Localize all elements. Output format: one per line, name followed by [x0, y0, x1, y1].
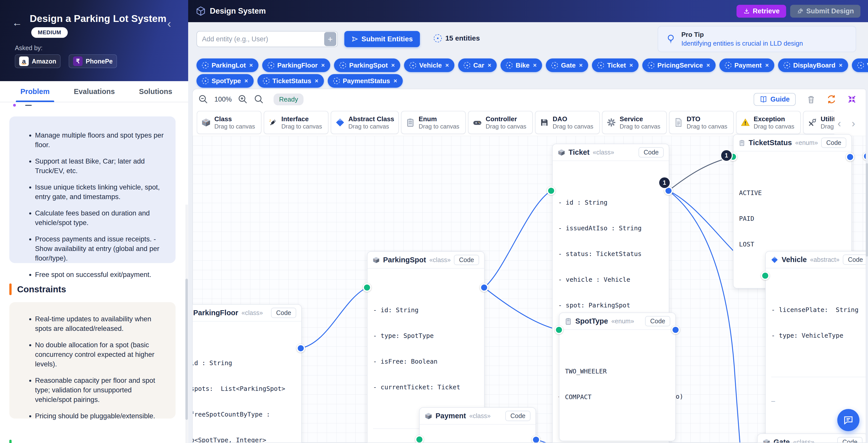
back-icon[interactable]: ←: [12, 17, 22, 28]
uml-attr: - type: VehicleType: [771, 331, 866, 340]
code-button[interactable]: Code: [843, 255, 866, 265]
entity-chip-paymentstatus[interactable]: PaymentStatus×: [328, 74, 403, 88]
remove-chip-icon[interactable]: ×: [488, 62, 491, 69]
connection-dot-parkingspot-right[interactable]: [480, 283, 488, 292]
remove-chip-icon[interactable]: ×: [315, 77, 318, 84]
palette-next-icon[interactable]: ›: [851, 117, 855, 129]
chat-fab-button[interactable]: [837, 409, 860, 431]
palette-item-utility[interactable]: UtilityDrag to canvas: [803, 111, 834, 134]
entity-chip-payment[interactable]: Payment×: [719, 58, 774, 72]
collapse-canvas-icon[interactable]: [847, 94, 857, 104]
edge-parkingfloor-parkingspot[interactable]: [301, 288, 367, 348]
palette-item-service[interactable]: ServiceDrag to canvas: [602, 111, 667, 134]
entity-chip-car[interactable]: Car×: [458, 58, 497, 72]
submit-design-button[interactable]: Submit Design: [790, 5, 861, 18]
entity-chip-parkingfloor[interactable]: ParkingFloor×: [262, 58, 330, 72]
uml-box-spottype[interactable]: SpotType «enum» Code TWO_WHEELER COMPACT: [559, 313, 676, 441]
remove-chip-icon[interactable]: ×: [391, 62, 395, 69]
palette-item-enum[interactable]: EnumDrag to canvas: [401, 111, 466, 134]
remove-chip-icon[interactable]: ×: [245, 77, 248, 84]
connection-dot-ticket-left[interactable]: [547, 186, 555, 195]
trash-icon[interactable]: [806, 94, 816, 104]
remove-chip-icon[interactable]: ×: [533, 62, 536, 69]
edge-ticket-ticketstatus[interactable]: [669, 157, 733, 191]
uml-box-gate[interactable]: Gate «class» Code: [757, 434, 866, 443]
class-cube-icon: [763, 439, 770, 443]
entity-chip-parkinglot[interactable]: ParkingLot×: [196, 58, 258, 72]
remove-chip-icon[interactable]: ×: [579, 62, 583, 69]
refresh-icon[interactable]: [827, 94, 837, 104]
palette-item-exception[interactable]: ExceptionDrag to canvas: [736, 111, 801, 134]
palette-item-class[interactable]: ClassDrag to canvas: [197, 111, 261, 134]
palette-item-controller[interactable]: ControllerDrag to canvas: [468, 111, 533, 134]
entity-chip-ticketstatus[interactable]: TicketStatus×: [257, 74, 324, 88]
zoom-out-icon[interactable]: [198, 94, 208, 104]
canvas-toolbar: 100% Ready: [198, 92, 304, 106]
connection-dot-ticketstatus-right[interactable]: [846, 153, 855, 161]
edge-parkingspot-ticket[interactable]: [484, 191, 551, 288]
code-button[interactable]: Code: [505, 411, 530, 421]
edge-ticket-gate[interactable]: [669, 191, 740, 443]
entity-chip-pricingservice[interactable]: PricingService×: [642, 58, 716, 72]
chip-label: ParkingLot: [212, 61, 246, 69]
code-button[interactable]: Code: [821, 138, 846, 148]
uml-box-parkingfloor[interactable]: ParkingFloor «class» Code - id : String …: [192, 304, 302, 443]
next-section-accent-bar: [9, 440, 11, 443]
submit-entities-button[interactable]: Submit Entities: [344, 31, 420, 47]
sidebar: ← Design a Parking Lot System ‹ MEDIUM A…: [0, 0, 188, 443]
code-button[interactable]: Code: [454, 255, 479, 265]
connection-dot-payment-right[interactable]: [532, 436, 540, 443]
entity-chip-vehicle[interactable]: Vehicle×: [404, 58, 455, 72]
entity-chip-vehicletype[interactable]: VehicleType×: [852, 58, 868, 72]
connection-dot-parkingspot-left[interactable]: [363, 283, 371, 292]
palette-item-interface[interactable]: InterfaceDrag to canvas: [264, 111, 329, 134]
cube-logo-icon: [196, 6, 206, 16]
page-scrollbar-thumb[interactable]: [866, 163, 868, 257]
code-button[interactable]: Code: [639, 147, 664, 157]
entity-icon: [409, 62, 416, 68]
search-icon[interactable]: [254, 94, 264, 104]
tab-solutions[interactable]: Solutions: [139, 81, 172, 102]
remove-chip-icon[interactable]: ×: [629, 62, 633, 69]
remove-chip-icon[interactable]: ×: [839, 62, 842, 69]
add-entity-button[interactable]: +: [324, 32, 336, 46]
entity-chip-spottype[interactable]: SpotType×: [196, 74, 254, 88]
tab-label: Problem: [21, 87, 50, 96]
palette-item-abstract-class[interactable]: Abstract ClassDrag to canvas: [331, 111, 399, 134]
remove-chip-icon[interactable]: ×: [321, 62, 325, 69]
remove-chip-icon[interactable]: ×: [445, 62, 449, 69]
remove-chip-icon[interactable]: ×: [394, 77, 397, 84]
entity-chip-displayboard[interactable]: DisplayBoard×: [778, 58, 848, 72]
retrieve-button[interactable]: Retrieve: [737, 5, 786, 18]
tab-problem[interactable]: Problem: [21, 81, 50, 102]
code-button[interactable]: Code: [271, 308, 296, 318]
sidebar-scrollbar-thumb[interactable]: [185, 279, 188, 420]
code-button[interactable]: Code: [645, 316, 670, 326]
guide-button[interactable]: Guide: [754, 93, 796, 106]
remove-chip-icon[interactable]: ×: [249, 62, 253, 69]
add-entity-input[interactable]: [197, 35, 324, 43]
remove-chip-icon[interactable]: ×: [706, 62, 710, 69]
connection-dot-spottype-left[interactable]: [555, 326, 563, 334]
tab-evaluations[interactable]: Evaluations: [74, 81, 115, 102]
entity-chip-bike[interactable]: Bike×: [500, 58, 542, 72]
edge-parkingspot-spottype[interactable]: [484, 288, 559, 330]
sidebar-collapse-icon[interactable]: ‹: [167, 17, 171, 30]
connection-dot-vehicle-left[interactable]: [761, 271, 770, 280]
code-button[interactable]: Code: [837, 437, 863, 443]
problem-bullet-list: Manage multiple floors and spot types pe…: [9, 116, 176, 294]
entity-chip-gate[interactable]: Gate×: [546, 58, 588, 72]
connection-dot-payment-left[interactable]: [415, 435, 424, 443]
palette-prev-icon[interactable]: ‹: [838, 117, 841, 129]
uml-box-payment[interactable]: Payment «class» Code - id : String - sta…: [419, 407, 536, 443]
remove-chip-icon[interactable]: ×: [765, 62, 769, 69]
connection-dot-parkingfloor-right[interactable]: [297, 344, 305, 353]
constraints-heading: Constraints: [9, 284, 66, 295]
zoom-in-icon[interactable]: [238, 94, 248, 104]
entity-chip-ticket[interactable]: Ticket×: [592, 58, 639, 72]
connection-dot-spottype-right[interactable]: [671, 326, 680, 334]
palette-item-dao[interactable]: DAODrag to canvas: [535, 111, 600, 134]
entity-chip-parkingspot[interactable]: ParkingSpot×: [334, 58, 400, 72]
palette-item-dto[interactable]: DTODrag to canvas: [669, 111, 734, 134]
uml-attr: - isFree: Boolean: [373, 357, 478, 366]
